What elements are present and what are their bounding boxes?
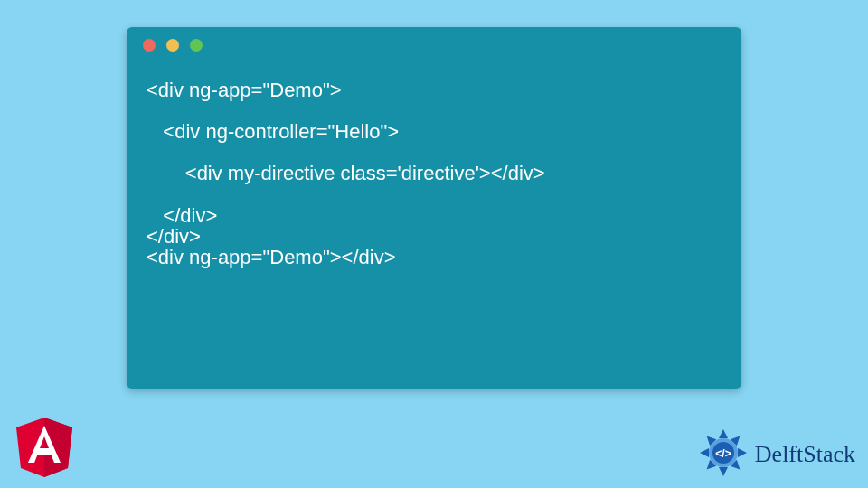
- delftstack-logo: </> DelftStack: [697, 427, 855, 483]
- window-titlebar: [127, 27, 741, 63]
- angular-logo-icon: [16, 418, 72, 481]
- delftstack-emblem-icon: </>: [697, 427, 750, 483]
- svg-marker-6: [719, 467, 728, 476]
- svg-marker-2: [719, 429, 728, 438]
- code-content: <div ng-app="Demo"> <div ng-controller="…: [127, 63, 741, 267]
- minimize-icon: [166, 39, 179, 52]
- maximize-icon: [190, 39, 203, 52]
- svg-marker-8: [700, 448, 709, 457]
- brand-name: DelftStack: [755, 441, 855, 468]
- close-icon: [143, 39, 156, 52]
- svg-marker-4: [738, 448, 747, 457]
- svg-text:</>: </>: [715, 447, 731, 460]
- code-panel: <div ng-app="Demo"> <div ng-controller="…: [127, 27, 741, 389]
